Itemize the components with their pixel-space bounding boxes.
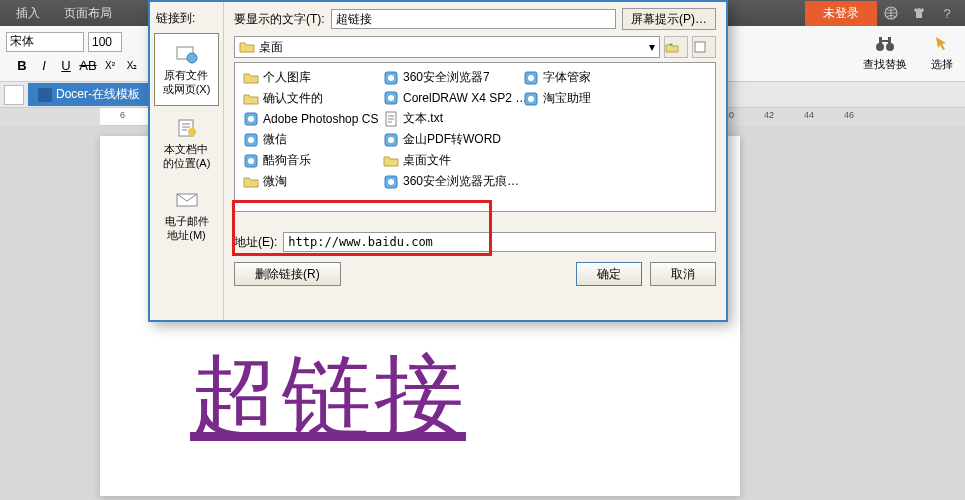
file-item[interactable]: 文本.txt — [379, 108, 519, 129]
file-item[interactable]: 金山PDF转WORD — [379, 129, 519, 150]
file-list: 个人图库确认文件的Adobe Photoshop CS微信酷狗音乐微淘360安全… — [234, 62, 716, 212]
link-type-email[interactable]: 电子邮件 地址(M) — [154, 180, 219, 251]
file-item[interactable]: 字体管家 — [519, 67, 659, 88]
app-icon — [383, 90, 399, 106]
app-icon — [243, 111, 259, 127]
remove-link-button[interactable]: 删除链接(R) — [234, 262, 341, 286]
globe-icon[interactable] — [881, 3, 901, 23]
svg-point-24 — [388, 137, 394, 143]
file-item[interactable]: 360安全浏览器无痕… — [379, 171, 519, 192]
help-icon[interactable]: ? — [937, 3, 957, 23]
ribbon-tab-insert[interactable]: 插入 — [4, 1, 52, 26]
up-folder-button[interactable] — [664, 36, 688, 58]
ruler-mark: 46 — [844, 110, 854, 120]
screen-tip-button[interactable]: 屏幕提示(P)… — [622, 8, 716, 30]
file-item[interactable]: CorelDRAW X4 SP2 … — [379, 88, 519, 108]
svg-point-26 — [388, 179, 394, 185]
txt-icon — [383, 111, 399, 127]
file-name: 微淘 — [263, 173, 287, 190]
hyperlink-dialog: 链接到: 原有文件 或网页(X) 本文档中 的位置(A) 电子邮件 地址(M) — [148, 0, 728, 322]
file-item[interactable]: 酷狗音乐 — [239, 150, 379, 171]
folder-icon — [243, 70, 259, 86]
select-label: 选择 — [931, 57, 953, 72]
doc-tab-docer[interactable]: Docer-在线模板 — [28, 83, 150, 106]
svg-rect-5 — [882, 40, 888, 42]
file-name: 个人图库 — [263, 69, 311, 86]
file-name: 360安全浏览器7 — [403, 69, 490, 86]
svg-rect-3 — [879, 37, 882, 44]
file-name: 桌面文件 — [403, 152, 451, 169]
location-value: 桌面 — [259, 39, 283, 56]
new-doc-button[interactable] — [4, 85, 24, 105]
file-item[interactable]: 确认文件的 — [239, 88, 379, 109]
file-item[interactable]: 个人图库 — [239, 67, 379, 88]
cancel-button[interactable]: 取消 — [650, 262, 716, 286]
link-type-label: 本文档中 的位置(A) — [163, 142, 211, 171]
file-item[interactable]: 微淘 — [239, 171, 379, 192]
select-button[interactable]: 选择 — [925, 33, 959, 74]
email-icon — [173, 188, 201, 212]
cursor-icon — [933, 35, 951, 57]
file-item[interactable]: Adobe Photoshop CS — [239, 109, 379, 129]
chevron-down-icon: ▾ — [649, 40, 655, 54]
file-name: 金山PDF转WORD — [403, 131, 501, 148]
file-item[interactable]: 微信 — [239, 129, 379, 150]
subscript-button[interactable]: X₂ — [122, 56, 142, 76]
svg-point-15 — [248, 137, 254, 143]
file-name: 字体管家 — [543, 69, 591, 86]
location-dropdown[interactable]: 桌面 ▾ — [234, 36, 660, 58]
svg-point-9 — [188, 128, 196, 136]
link-type-sidebar: 链接到: 原有文件 或网页(X) 本文档中 的位置(A) 电子邮件 地址(M) — [150, 2, 224, 320]
underline-button[interactable]: U — [56, 56, 76, 76]
file-name: 微信 — [263, 131, 287, 148]
file-item[interactable]: 淘宝助理 — [519, 88, 659, 109]
file-item[interactable]: 桌面文件 — [379, 150, 519, 171]
this-doc-icon — [173, 116, 201, 140]
font-size-input[interactable] — [88, 32, 122, 52]
file-name: 360安全浏览器无痕… — [403, 173, 519, 190]
app-icon — [383, 132, 399, 148]
doc-tab-label: Docer-在线模板 — [56, 86, 140, 103]
login-button[interactable]: 未登录 — [805, 1, 877, 26]
binoculars-icon — [874, 35, 896, 57]
folder-icon — [243, 91, 259, 107]
display-text-input[interactable] — [331, 9, 616, 29]
ok-button[interactable]: 确定 — [576, 262, 642, 286]
find-replace-label: 查找替换 — [863, 57, 907, 72]
bold-button[interactable]: B — [12, 56, 32, 76]
font-name-input[interactable] — [6, 32, 84, 52]
link-type-label: 电子邮件 地址(M) — [165, 214, 209, 243]
file-name: 文本.txt — [403, 110, 443, 127]
app-icon — [243, 132, 259, 148]
file-item[interactable]: 360安全浏览器7 — [379, 67, 519, 88]
app-icon — [523, 91, 539, 107]
shirt-icon[interactable] — [909, 3, 929, 23]
link-type-file-web[interactable]: 原有文件 或网页(X) — [154, 33, 219, 106]
svg-point-7 — [187, 53, 197, 63]
svg-point-1 — [876, 43, 884, 51]
ruler-mark: 6 — [120, 110, 125, 120]
svg-point-19 — [388, 75, 394, 81]
svg-point-13 — [248, 116, 254, 122]
find-replace-button[interactable]: 查找替换 — [857, 33, 913, 74]
svg-point-28 — [528, 75, 534, 81]
svg-rect-11 — [695, 42, 705, 52]
link-type-this-doc[interactable]: 本文档中 的位置(A) — [154, 108, 219, 179]
svg-point-21 — [388, 95, 394, 101]
file-name: 酷狗音乐 — [263, 152, 311, 169]
link-to-label: 链接到: — [150, 6, 223, 31]
address-label: 地址(E): — [234, 234, 277, 251]
address-input[interactable] — [283, 232, 716, 252]
italic-button[interactable]: I — [34, 56, 54, 76]
browse-button[interactable] — [692, 36, 716, 58]
file-web-icon — [173, 42, 201, 66]
folder-open-icon — [239, 40, 255, 54]
docer-icon — [38, 88, 52, 102]
ribbon-tab-layout[interactable]: 页面布局 — [52, 1, 124, 26]
file-name: Adobe Photoshop CS — [263, 112, 378, 126]
strikethrough-button[interactable]: AB — [78, 56, 98, 76]
hyperlink-text[interactable]: 超链接 — [190, 336, 466, 458]
file-name: 确认文件的 — [263, 90, 323, 107]
superscript-button[interactable]: X² — [100, 56, 120, 76]
app-icon — [523, 70, 539, 86]
